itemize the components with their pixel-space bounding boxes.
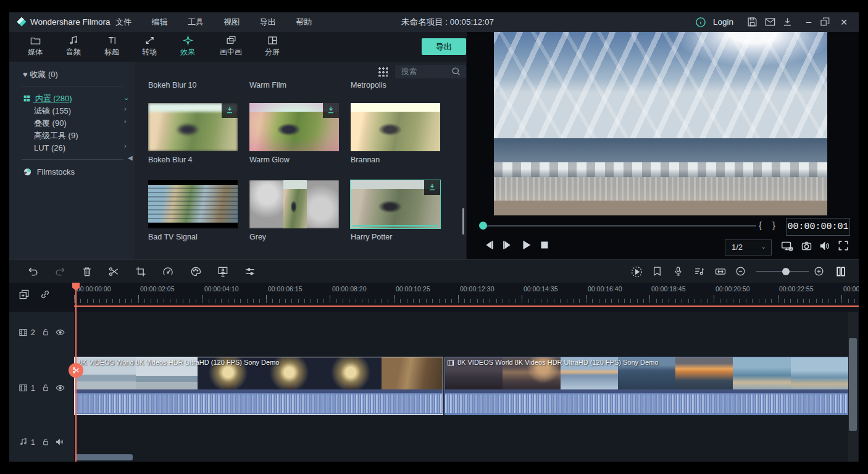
clip-1-audio-waveform[interactable]: [74, 389, 443, 415]
sidebar-item-filters[interactable]: 滤镜 (155): [34, 105, 71, 117]
video-track-2-row[interactable]: 2: [9, 312, 859, 353]
effect-card-bad-tv-signal[interactable]: Bad TV Signal: [148, 180, 238, 241]
audio-track-1-row[interactable]: 1: [9, 421, 859, 462]
redo-icon[interactable]: [54, 265, 66, 278]
video-clip-1[interactable]: 8K VIDEOS World 8K Videos HDR UltraHD (1…: [74, 357, 443, 391]
chevron-down-icon[interactable]: ⌄: [123, 94, 129, 102]
previous-frame-button[interactable]: [482, 238, 496, 252]
display-settings-icon[interactable]: [780, 239, 794, 253]
dual-pane-icon[interactable]: [835, 265, 847, 278]
eye-icon[interactable]: [55, 383, 65, 393]
tab-effects[interactable]: 效果: [170, 35, 206, 60]
lock-icon[interactable]: [41, 327, 51, 338]
chevron-right-icon[interactable]: ›: [124, 105, 127, 112]
sidebar-item-builtin[interactable]: 内置 (280): [23, 93, 72, 105]
download-badge-icon[interactable]: [323, 103, 339, 118]
download-badge-icon[interactable]: [424, 180, 440, 195]
tab-pip[interactable]: 画中画: [211, 35, 251, 60]
timeline-zoom-slider[interactable]: [756, 271, 809, 272]
sidebar-item-lut[interactable]: LUT (26): [34, 142, 65, 154]
video-track-1-row[interactable]: 1 8K VIDEOS World 8K Videos HDR UltraHD …: [9, 353, 859, 421]
next-frame-button[interactable]: [501, 238, 514, 252]
cut-scissors-icon[interactable]: [107, 265, 120, 278]
film-track-icon: [18, 327, 28, 338]
audio-mixer-icon[interactable]: [693, 265, 706, 278]
adjust-sliders-icon[interactable]: [244, 265, 256, 278]
export-button[interactable]: 导出: [422, 38, 466, 55]
seek-bar[interactable]: [486, 225, 756, 227]
crop-icon[interactable]: [135, 265, 147, 278]
tab-titles[interactable]: 标题: [94, 35, 130, 60]
marker-shield-icon[interactable]: [651, 265, 664, 278]
speaker-icon[interactable]: [55, 437, 65, 447]
sidebar-item-filmstocks[interactable]: Filmstocks: [23, 166, 75, 178]
mail-icon[interactable]: [764, 16, 777, 28]
video-clip-2[interactable]: 8K VIDEOS World 8K Videos HDR UltraHD (1…: [444, 357, 849, 391]
tab-splitscreen[interactable]: 分屏: [254, 35, 290, 60]
restore-button[interactable]: [819, 16, 832, 28]
menu-edit[interactable]: 编辑: [143, 12, 176, 32]
tab-audio[interactable]: 音频: [56, 35, 91, 60]
effect-card-bokeh-blur-4[interactable]: Bokeh Blur 4: [148, 103, 238, 164]
grid-view-icon[interactable]: [378, 67, 388, 77]
mark-out-button[interactable]: }: [772, 220, 775, 230]
render-preview-icon[interactable]: [630, 265, 643, 278]
snapshot-camera-icon[interactable]: [800, 239, 814, 253]
effect-card-harry-potter-selected[interactable]: Harry Potter: [351, 180, 440, 241]
fullscreen-icon[interactable]: [837, 239, 851, 253]
timeline-ruler[interactable]: 00:00:00:00 00:00:02:05 00:00:04:10 00:0…: [74, 283, 859, 306]
effect-card-brannan[interactable]: Brannan: [351, 103, 440, 164]
undo-icon[interactable]: [27, 265, 40, 278]
menu-view[interactable]: 视图: [215, 12, 248, 32]
preview-quality-select[interactable]: 1/2 ⌄: [725, 239, 772, 256]
save-icon[interactable]: [746, 16, 759, 28]
play-button[interactable]: [519, 238, 533, 252]
download-badge-icon[interactable]: [222, 103, 238, 118]
eye-icon[interactable]: [55, 327, 65, 338]
lock-icon[interactable]: [41, 383, 51, 393]
clip-2-audio-waveform[interactable]: [444, 389, 849, 415]
clip-thumb-bigben: [320, 357, 381, 391]
menu-tools[interactable]: 工具: [179, 12, 212, 32]
sidebar-item-overlays[interactable]: 叠覆 (90): [34, 117, 67, 130]
sidebar-item-favorites[interactable]: ♥ 收藏 (0): [23, 69, 58, 81]
tab-transitions[interactable]: 转场: [131, 35, 167, 60]
playhead-scissors-button[interactable]: [69, 363, 83, 378]
zoom-in-icon[interactable]: [813, 265, 825, 278]
effects-scrollbar[interactable]: [462, 208, 464, 235]
sidebar-item-advanced-tools[interactable]: 高级工具 (9): [34, 130, 78, 142]
effect-card-grey[interactable]: Grey: [249, 180, 339, 241]
download-icon[interactable]: [782, 16, 794, 28]
menu-help[interactable]: 帮助: [287, 12, 320, 32]
menu-export[interactable]: 导出: [251, 12, 285, 32]
stop-button[interactable]: [538, 238, 551, 252]
horizontal-scrollbar[interactable]: [75, 454, 133, 460]
voiceover-mic-icon[interactable]: [672, 265, 685, 278]
zoom-slider-handle[interactable]: [782, 268, 790, 275]
minimize-button[interactable]: –: [801, 12, 817, 31]
menu-file[interactable]: 文件: [107, 12, 140, 32]
volume-icon[interactable]: [819, 239, 832, 253]
color-palette-icon[interactable]: [190, 265, 202, 278]
delete-icon[interactable]: [81, 265, 93, 278]
login-button[interactable]: Login: [713, 12, 733, 32]
speed-icon[interactable]: [162, 265, 174, 278]
preview-video[interactable]: [494, 32, 827, 215]
chevron-right-icon[interactable]: ›: [124, 117, 127, 125]
effect-card-warm-glow[interactable]: Warm Glow: [249, 103, 339, 164]
panel-collapse-icon[interactable]: ◀: [128, 154, 133, 161]
seek-handle[interactable]: [479, 222, 487, 230]
portrait-chroma-icon[interactable]: [217, 265, 229, 278]
fit-timeline-icon[interactable]: [714, 265, 727, 278]
info-icon[interactable]: [695, 16, 707, 28]
zoom-out-icon[interactable]: [735, 265, 747, 278]
mark-in-button[interactable]: {: [759, 220, 762, 230]
tab-media[interactable]: 媒体: [17, 35, 53, 60]
vertical-scrollbar-thumb[interactable]: [849, 338, 857, 431]
add-track-icon[interactable]: [18, 288, 30, 301]
chevron-right-icon[interactable]: ›: [124, 142, 127, 149]
search-icon[interactable]: [451, 66, 461, 77]
link-icon[interactable]: [39, 288, 51, 301]
lock-icon[interactable]: [41, 437, 51, 447]
close-button[interactable]: ✕: [835, 12, 853, 32]
